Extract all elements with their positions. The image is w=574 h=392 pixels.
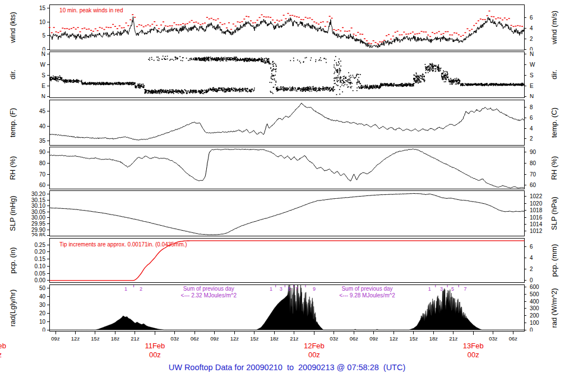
- temp-left-axis-label: temp. (F): [8, 108, 17, 138]
- svg-text:30: 30: [39, 302, 46, 308]
- svg-text:1: 1: [124, 286, 127, 292]
- panel-rh-left-ticks: 60708090: [39, 149, 49, 188]
- svg-text:09z: 09z: [51, 335, 60, 342]
- svg-text:<--- 2.32 MJoules/m^2: <--- 2.32 MJoules/m^2: [181, 292, 237, 298]
- svg-text:29.85: 29.85: [31, 232, 45, 236]
- panel-slp-right-ticks: 101210141016101810201022: [524, 193, 543, 234]
- svg-text:2: 2: [530, 266, 533, 272]
- svg-text:0: 0: [42, 327, 45, 332]
- wind-right-axis-label: wind (m/s): [550, 11, 558, 44]
- panel-dir-plot: NESWNNESWN: [0, 52, 574, 98]
- svg-text:3: 3: [440, 286, 443, 292]
- svg-text:29.95: 29.95: [31, 221, 45, 227]
- svg-text:W: W: [40, 62, 46, 68]
- svg-text:70: 70: [39, 171, 46, 178]
- svg-text:0: 0: [530, 277, 533, 283]
- svg-text:0: 0: [42, 46, 45, 50]
- svg-text:0.05: 0.05: [35, 270, 46, 277]
- panel-slp-left-ticks: 29.8529.9029.9530.0030.0530.1030.1530.20: [31, 191, 49, 236]
- svg-text:N: N: [530, 52, 534, 57]
- panel-rad-right-ticks: 0100200300400500600: [524, 284, 539, 332]
- slp-left-axis-label: SLP (inHg): [8, 195, 17, 231]
- svg-text:0: 0: [530, 327, 533, 332]
- svg-text:21z: 21z: [131, 335, 140, 342]
- svg-text:10: 10: [39, 19, 46, 25]
- svg-text:80: 80: [530, 160, 536, 166]
- svg-text:50: 50: [39, 285, 46, 291]
- svg-text:18z: 18z: [429, 335, 438, 342]
- pcp-left-axis-label: pcp. (in): [8, 248, 17, 274]
- panel-rh-plot: 6070809060708090: [0, 147, 574, 189]
- svg-text:06z: 06z: [191, 335, 200, 342]
- svg-text:1018: 1018: [530, 207, 543, 213]
- svg-text:2: 2: [530, 136, 533, 142]
- svg-text:600: 600: [530, 284, 539, 290]
- svg-text:21z: 21z: [290, 335, 299, 342]
- svg-text:3: 3: [280, 286, 283, 292]
- svg-text:Sum of previous day: Sum of previous day: [341, 286, 392, 292]
- svg-text:15z: 15z: [409, 335, 418, 342]
- svg-text:21z: 21z: [449, 335, 458, 342]
- panel-wind-right-ticks: 0246: [524, 15, 533, 50]
- dir-right-axis-label: dir.: [550, 69, 558, 79]
- svg-text:18z: 18z: [111, 335, 120, 342]
- svg-text:10: 10: [39, 319, 46, 325]
- svg-text:15z: 15z: [91, 335, 100, 342]
- svg-text:30.20: 30.20: [31, 191, 45, 197]
- panel-wind-plot: 051015024610 min. peak winds in red: [0, 4, 574, 50]
- svg-text:09z: 09z: [369, 335, 378, 342]
- svg-text:60: 60: [39, 182, 46, 188]
- slp-right-axis-label: SLP (hPa): [550, 197, 558, 230]
- wind-left-axis-label: wind (kts): [8, 12, 17, 43]
- panel-dir-right-ticks: NESWN: [524, 52, 535, 98]
- svg-text:6: 6: [530, 115, 533, 121]
- svg-text:45: 45: [39, 108, 46, 114]
- svg-text:30.15: 30.15: [31, 197, 45, 203]
- svg-text:N: N: [41, 52, 45, 57]
- svg-text:100: 100: [530, 320, 539, 326]
- svg-text:1012: 1012: [530, 228, 543, 234]
- panel-pcp-left-ticks: 0.000.050.100.150.200.25: [35, 242, 49, 283]
- svg-text:N: N: [530, 94, 534, 98]
- svg-text:12z: 12z: [71, 335, 80, 342]
- svg-text:0.10: 0.10: [35, 263, 46, 269]
- svg-text:0: 0: [530, 46, 533, 50]
- svg-text:E: E: [41, 83, 45, 89]
- svg-text:9: 9: [313, 286, 316, 292]
- svg-text:1016: 1016: [530, 214, 543, 221]
- svg-text:09z: 09z: [210, 335, 219, 342]
- svg-text:1: 1: [270, 286, 272, 292]
- svg-text:15z: 15z: [250, 335, 259, 342]
- svg-text:1020: 1020: [530, 200, 543, 207]
- svg-text:200: 200: [530, 312, 539, 319]
- svg-text:W: W: [530, 62, 535, 68]
- svg-text:5: 5: [451, 286, 454, 292]
- svg-text:60: 60: [530, 182, 536, 188]
- svg-text:5: 5: [288, 286, 291, 292]
- temp-right-axis-label: temp. (C): [550, 108, 558, 138]
- svg-text:18z: 18z: [270, 335, 279, 342]
- svg-text:12Feb: 12Feb: [304, 342, 325, 350]
- panel-wind-left-ticks: 051015: [39, 5, 49, 50]
- svg-text:500: 500: [530, 291, 539, 297]
- svg-text:1014: 1014: [530, 221, 543, 227]
- svg-text:12z: 12z: [390, 335, 399, 342]
- svg-text:4: 4: [530, 125, 533, 132]
- panel-temp-plot: 3540452468: [0, 100, 574, 146]
- svg-text:40: 40: [39, 123, 46, 129]
- dir-left-axis-label: dir.: [8, 69, 17, 79]
- svg-text:4: 4: [530, 25, 533, 31]
- svg-text:00z: 00z: [308, 351, 320, 359]
- meteogram-page: 051015024610 min. peak winds in redNESWN…: [0, 0, 574, 392]
- svg-text:<--- 9.28 MJoules/m^2: <--- 9.28 MJoules/m^2: [339, 292, 395, 298]
- svg-text:30.00: 30.00: [31, 214, 45, 221]
- svg-text:8: 8: [530, 104, 533, 110]
- panel-temp-left-ticks: 354045: [39, 108, 49, 143]
- svg-text:70: 70: [530, 171, 536, 178]
- panel-rad-plot: 010203040500100200300400500600Sum of pre…: [0, 284, 574, 332]
- svg-text:12z: 12z: [230, 335, 239, 342]
- svg-text:7: 7: [295, 286, 298, 292]
- svg-text:00z: 00z: [0, 351, 2, 359]
- svg-text:Sum of previous day: Sum of previous day: [183, 286, 234, 292]
- panel-temp-right-ticks: 2468: [524, 104, 533, 142]
